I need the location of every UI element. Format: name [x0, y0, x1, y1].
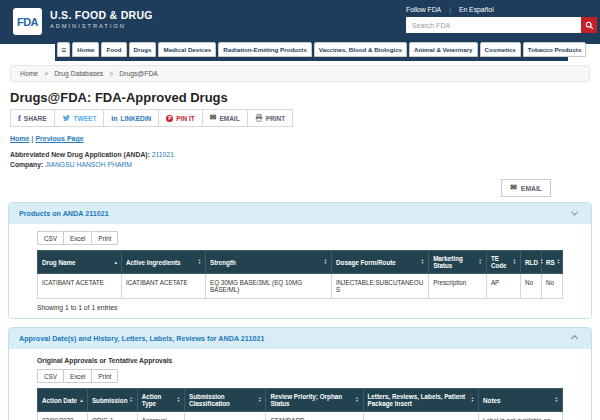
pinterest-button[interactable]: P PIN IT — [158, 109, 202, 127]
export-print-button[interactable]: Print — [91, 369, 118, 383]
chevron-down-icon[interactable] — [571, 209, 578, 216]
facebook-share-label: SHARE — [24, 115, 47, 122]
column-header-active-ingredients[interactable]: Active Ingredients▲▼ — [122, 251, 206, 274]
table-cell: No — [542, 274, 563, 299]
nav-tab-cosmetics[interactable]: Cosmetics — [480, 42, 521, 57]
chevron-up-icon[interactable] — [571, 335, 578, 342]
column-header-label: Action Date — [42, 397, 77, 404]
table-row: 03/09/2020ORIG-1ApprovalSTANDARDLabel is… — [38, 412, 563, 420]
sort-icon: ▲▼ — [421, 259, 424, 265]
menu-icon[interactable]: ≡ — [57, 42, 70, 57]
nav-tab-vaccines-blood-biologics[interactable]: Vaccines, Blood & Biologics — [314, 42, 407, 57]
print-button[interactable]: PRINT — [247, 109, 294, 127]
sort-icon: ▲▼ — [471, 397, 474, 403]
export-excel-button[interactable]: Excel — [63, 231, 92, 245]
nav-tab-drugs[interactable]: Drugs — [129, 42, 157, 57]
table-header-row: Action Date▴Submission▲▼Action Type▲▼Sub… — [38, 389, 563, 412]
column-header-label: TE Code — [491, 255, 511, 269]
email-button[interactable]: ✉ EMAIL — [501, 179, 551, 197]
nav-bar: ≡ HomeFoodDrugsMedical DevicesRadiation-… — [0, 44, 600, 61]
table-cell: ICATIBANT ACETATE — [38, 274, 122, 299]
export-buttons: CSVExcelPrint — [37, 369, 563, 383]
column-header-letters-reviews-labels-patient-package-insert[interactable]: Letters, Reviews, Labels, Patient Packag… — [363, 389, 479, 412]
breadcrumb-item-home[interactable]: Home — [20, 70, 38, 77]
breadcrumb-item-drug-databases[interactable]: Drug Databases — [54, 70, 103, 77]
brand: U.S. FOOD & DRUG ADMINISTRATION — [50, 9, 153, 29]
column-header-rs[interactable]: RS▲▼ — [542, 251, 563, 274]
column-header-dosage-form-route[interactable]: Dosage Form/Route▲▼ — [332, 251, 429, 274]
pin-it-label: PIN IT — [176, 115, 194, 122]
column-header-submission[interactable]: Submission▲▼ — [87, 389, 137, 412]
products-panel-body: CSVExcelPrint Drug Name▴Active Ingredien… — [9, 224, 591, 318]
export-csv-button[interactable]: CSV — [37, 369, 64, 383]
en-espanol-link[interactable]: En Español — [459, 6, 494, 13]
previous-page-link[interactable]: Previous Page — [35, 135, 83, 142]
approvals-subtitle: Original Approvals or Tentative Approval… — [37, 357, 563, 364]
export-print-button[interactable]: Print — [91, 231, 118, 245]
sort-icon: ▲▼ — [198, 259, 201, 265]
email-button-label: EMAIL — [521, 185, 542, 192]
table-row: ICATIBANT ACETATEICATIBANT ACETATEEQ 30M… — [38, 274, 563, 299]
print-label: PRINT — [266, 115, 286, 122]
nav-tab-medical-devices[interactable]: Medical Devices — [158, 42, 216, 57]
column-header-marketing-status[interactable]: Marketing Status▲▼ — [429, 251, 487, 274]
column-header-submission-classification[interactable]: Submission Classification▲▼ — [185, 389, 266, 412]
column-header-strength[interactable]: Strength▲▼ — [206, 251, 332, 274]
anda-label: Abbreviated New Drug Application (ANDA): — [10, 151, 150, 158]
sort-icon: ▲▼ — [355, 397, 358, 403]
column-header-review-priority-orphan-status[interactable]: Review Priority; Orphan Status▲▼ — [266, 389, 363, 412]
sort-icon: ▲▼ — [555, 397, 558, 403]
column-header-label: Marketing Status — [433, 255, 476, 269]
nav-tab-food[interactable]: Food — [101, 42, 126, 57]
column-header-action-type[interactable]: Action Type▲▼ — [137, 389, 184, 412]
page: FDA U.S. FOOD & DRUG ADMINISTRATION Foll… — [0, 0, 600, 420]
column-header-notes[interactable]: Notes▲▼ — [479, 389, 563, 412]
column-header-action-date[interactable]: Action Date▴ — [38, 389, 88, 412]
column-header-label: Submission — [92, 397, 128, 404]
follow-fda-link[interactable]: Follow FDA — [406, 6, 441, 13]
products-panel-header[interactable]: Products on ANDA 211021 — [9, 203, 591, 224]
export-excel-button[interactable]: Excel — [63, 369, 92, 383]
sort-icon: ▲▼ — [540, 259, 543, 265]
page-title: Drugs@FDA: FDA-Approved Drugs — [10, 90, 590, 105]
export-csv-button[interactable]: CSV — [37, 231, 64, 245]
column-header-label: Letters, Reviews, Labels, Patient Packag… — [368, 393, 469, 407]
approvals-panel-header[interactable]: Approval Date(s) and History, Letters, L… — [9, 328, 591, 349]
search-icon — [585, 21, 594, 30]
nav-tab-animal-veterinary[interactable]: Animal & Veterinary — [409, 42, 477, 57]
fda-logo[interactable]: FDA — [13, 8, 42, 35]
nav-tab-home[interactable]: Home — [72, 42, 99, 57]
search-button[interactable] — [581, 17, 597, 33]
search-input[interactable] — [406, 17, 581, 33]
linkedin-share-button[interactable]: in LINKEDIN — [103, 109, 159, 127]
column-header-te-code[interactable]: TE Code▲▼ — [486, 251, 520, 274]
printer-icon — [255, 114, 263, 122]
sort-ascending-icon: ▴ — [80, 398, 83, 403]
table-cell: Approval — [137, 412, 184, 420]
column-header-label: Notes — [483, 397, 501, 404]
home-link[interactable]: Home — [10, 135, 29, 142]
approvals-panel: Approval Date(s) and History, Letters, L… — [8, 327, 592, 420]
company-link[interactable]: JIANGSU HANSOH PHARM — [45, 161, 132, 168]
header-links-divider: | — [449, 6, 451, 13]
showing-entries: Showing 1 to 1 of 1 entries — [37, 304, 563, 311]
company-label: Company: — [10, 161, 43, 168]
facebook-share-button[interactable]: f SHARE — [10, 109, 55, 127]
anda-number-link[interactable]: 211021 — [152, 151, 174, 158]
nav-tab-tobacco-products[interactable]: Tobacco Products — [523, 42, 587, 57]
nav-tab-radiation-emitting-products[interactable]: Radiation-Emitting Products — [218, 42, 312, 57]
search-bar — [406, 17, 597, 33]
header-right: Follow FDA | En Español — [406, 6, 597, 33]
tweet-button[interactable]: TWEET — [54, 109, 105, 127]
column-header-rld[interactable]: RLD▲▼ — [521, 251, 542, 274]
company-line: Company: JIANGSU HANSOH PHARM — [10, 160, 590, 170]
breadcrumb-separator: > — [44, 70, 48, 77]
column-header-drug-name[interactable]: Drug Name▴ — [38, 251, 122, 274]
breadcrumb-item-drugs-fda[interactable]: Drugs@FDA — [119, 70, 158, 77]
email-share-button[interactable]: ✉ EMAIL — [202, 109, 248, 127]
table-cell: 03/09/2020 — [38, 412, 88, 420]
column-header-label: Dosage Form/Route — [336, 259, 396, 266]
approvals-table: Action Date▴Submission▲▼Action Type▲▼Sub… — [37, 388, 563, 420]
table-header-row: Drug Name▴Active Ingredients▲▼Strength▲▼… — [38, 251, 563, 274]
table-cell: ICATIBANT ACETATE — [122, 274, 206, 299]
